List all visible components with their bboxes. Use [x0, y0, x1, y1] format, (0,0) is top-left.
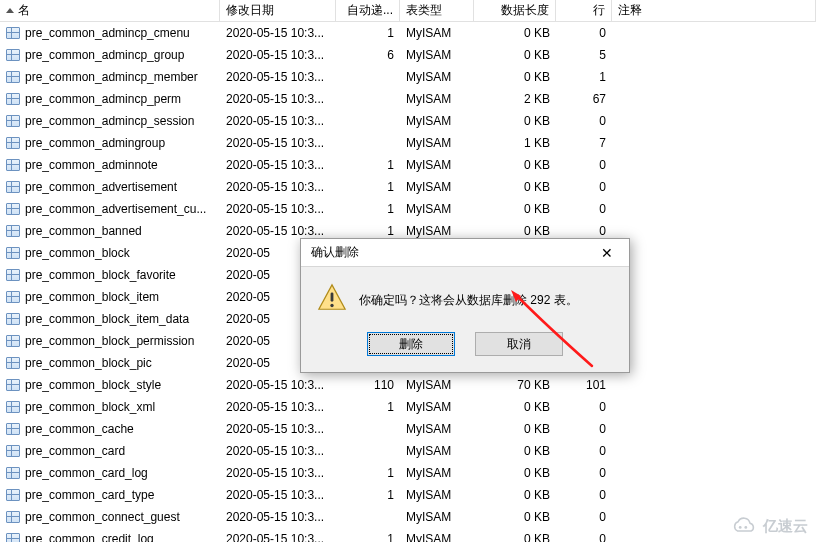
table-row[interactable]: pre_common_advertisement_cu...2020-05-15…	[0, 198, 816, 220]
table-row[interactable]: pre_common_admingroup2020-05-15 10:3...M…	[0, 132, 816, 154]
table-size: 0 KB	[524, 158, 550, 172]
table-size: 0 KB	[524, 532, 550, 542]
table-row[interactable]: pre_common_block_xml2020-05-15 10:3...1M…	[0, 396, 816, 418]
table-icon	[6, 335, 20, 347]
table-date: 2020-05	[226, 312, 270, 326]
table-row[interactable]: pre_common_adminnote2020-05-15 10:3...1M…	[0, 154, 816, 176]
table-icon	[6, 489, 20, 501]
table-auto: 1	[387, 466, 394, 480]
table-type: MyISAM	[406, 444, 451, 458]
table-name: pre_common_block_pic	[25, 356, 152, 370]
col-header-name[interactable]: 名	[0, 0, 220, 21]
table-row[interactable]: pre_common_block_style2020-05-15 10:3...…	[0, 374, 816, 396]
table-type: MyISAM	[406, 158, 451, 172]
table-rows: 7	[599, 136, 606, 150]
table-rows: 0	[599, 444, 606, 458]
table-type: MyISAM	[406, 400, 451, 414]
table-size: 0 KB	[524, 180, 550, 194]
table-row[interactable]: pre_common_admincp_group2020-05-15 10:3.…	[0, 44, 816, 66]
table-auto: 1	[387, 532, 394, 542]
table-name: pre_common_card_type	[25, 488, 154, 502]
table-name: pre_common_admincp_cmenu	[25, 26, 190, 40]
table-icon	[6, 533, 20, 542]
table-rows: 0	[599, 158, 606, 172]
table-row[interactable]: pre_common_credit_log2020-05-15 10:3...1…	[0, 528, 816, 542]
table-rows: 0	[599, 224, 606, 238]
table-rows: 5	[599, 48, 606, 62]
table-row[interactable]: pre_common_card2020-05-15 10:3...MyISAM0…	[0, 440, 816, 462]
col-header-note[interactable]: 注释	[612, 0, 816, 21]
table-date: 2020-05-15 10:3...	[226, 92, 324, 106]
table-date: 2020-05-15 10:3...	[226, 114, 324, 128]
table-size: 0 KB	[524, 510, 550, 524]
table-row[interactable]: pre_common_cache2020-05-15 10:3...MyISAM…	[0, 418, 816, 440]
table-size: 0 KB	[524, 400, 550, 414]
table-row[interactable]: pre_common_admincp_member2020-05-15 10:3…	[0, 66, 816, 88]
table-name: pre_common_credit_log	[25, 532, 154, 542]
table-type: MyISAM	[406, 202, 451, 216]
table-name: pre_common_adminnote	[25, 158, 158, 172]
table-rows: 0	[599, 202, 606, 216]
table-row[interactable]: pre_common_admincp_session2020-05-15 10:…	[0, 110, 816, 132]
table-type: MyISAM	[406, 92, 451, 106]
table-name: pre_common_block_item_data	[25, 312, 189, 326]
table-size: 0 KB	[524, 48, 550, 62]
table-auto: 1	[387, 158, 394, 172]
col-header-rows[interactable]: 行	[556, 0, 612, 21]
dialog-titlebar[interactable]: 确认删除 ✕	[301, 239, 629, 267]
table-icon	[6, 159, 20, 171]
col-header-type[interactable]: 表类型	[400, 0, 474, 21]
confirm-delete-dialog: 确认删除 ✕ 你确定吗？这将会从数据库删除 292 表。 删除 取消	[300, 238, 630, 373]
table-icon	[6, 137, 20, 149]
table-type: MyISAM	[406, 532, 451, 542]
table-rows: 0	[599, 466, 606, 480]
table-size: 0 KB	[524, 422, 550, 436]
col-header-date[interactable]: 修改日期	[220, 0, 336, 21]
table-size: 0 KB	[524, 444, 550, 458]
cancel-button[interactable]: 取消	[475, 332, 563, 356]
table-icon	[6, 247, 20, 259]
table-type: MyISAM	[406, 48, 451, 62]
table-date: 2020-05-15 10:3...	[226, 378, 324, 392]
table-type: MyISAM	[406, 378, 451, 392]
table-date: 2020-05-15 10:3...	[226, 158, 324, 172]
table-size: 1 KB	[524, 136, 550, 150]
table-rows: 1	[599, 70, 606, 84]
table-auto: 1	[387, 400, 394, 414]
table-size: 2 KB	[524, 92, 550, 106]
table-row[interactable]: pre_common_card_log2020-05-15 10:3...1My…	[0, 462, 816, 484]
delete-button[interactable]: 删除	[367, 332, 455, 356]
table-auto: 1	[387, 224, 394, 238]
table-icon	[6, 269, 20, 281]
table-date: 2020-05	[226, 356, 270, 370]
table-row[interactable]: pre_common_admincp_perm2020-05-15 10:3..…	[0, 88, 816, 110]
col-header-auto[interactable]: 自动递...	[336, 0, 400, 21]
table-icon	[6, 27, 20, 39]
table-row[interactable]: pre_common_card_type2020-05-15 10:3...1M…	[0, 484, 816, 506]
table-date: 2020-05	[226, 334, 270, 348]
table-name: pre_common_cache	[25, 422, 134, 436]
table-icon	[6, 181, 20, 193]
table-size: 0 KB	[524, 224, 550, 238]
table-date: 2020-05-15 10:3...	[226, 224, 324, 238]
table-date: 2020-05-15 10:3...	[226, 488, 324, 502]
table-row[interactable]: pre_common_advertisement2020-05-15 10:3.…	[0, 176, 816, 198]
table-size: 0 KB	[524, 114, 550, 128]
table-size: 0 KB	[524, 488, 550, 502]
table-auto: 110	[374, 378, 394, 392]
table-name: pre_common_block_xml	[25, 400, 155, 414]
table-type: MyISAM	[406, 114, 451, 128]
table-name: pre_common_block_favorite	[25, 268, 176, 282]
table-row[interactable]: pre_common_connect_guest2020-05-15 10:3.…	[0, 506, 816, 528]
table-date: 2020-05	[226, 246, 270, 260]
table-name: pre_common_block_permission	[25, 334, 194, 348]
table-size: 70 KB	[517, 378, 550, 392]
table-name: pre_common_admincp_perm	[25, 92, 181, 106]
table-row[interactable]: pre_common_admincp_cmenu2020-05-15 10:3.…	[0, 22, 816, 44]
dialog-close-button[interactable]: ✕	[585, 239, 629, 266]
table-size: 0 KB	[524, 466, 550, 480]
table-name: pre_common_admincp_session	[25, 114, 194, 128]
table-type: MyISAM	[406, 224, 451, 238]
col-header-size[interactable]: 数据长度	[474, 0, 556, 21]
table-icon	[6, 511, 20, 523]
